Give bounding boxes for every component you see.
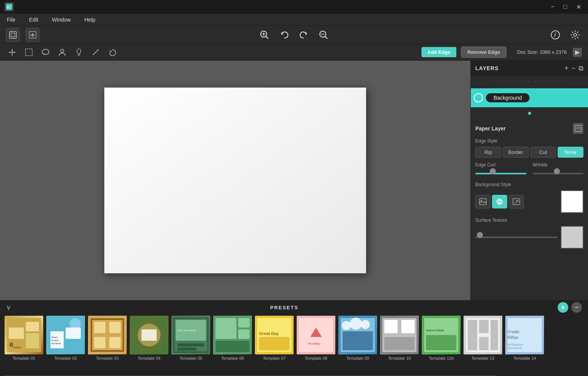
bg-style-image[interactable]	[475, 195, 491, 208]
paper-layer-settings-icon[interactable]	[573, 123, 583, 134]
bg-style-label: Background Style	[475, 182, 583, 187]
canvas-paper	[104, 88, 366, 273]
preset-thumb-03	[88, 316, 127, 354]
menu-window[interactable]: Window	[50, 15, 73, 24]
svg-point-24	[61, 49, 64, 52]
svg-text:Where: Where	[51, 336, 58, 338]
svg-rect-43	[66, 327, 81, 339]
svg-rect-50	[109, 322, 121, 333]
svg-marker-27	[109, 51, 112, 52]
pen-tool[interactable]	[90, 46, 102, 58]
svg-point-32	[497, 200, 502, 203]
preset-template-05[interactable]: REPLACE IMAGE Template 05	[170, 314, 212, 362]
add-edge-button[interactable]: Add Edge	[421, 47, 457, 57]
svg-line-26	[93, 50, 98, 55]
preset-label-05: Template 05	[179, 356, 202, 360]
svg-point-31	[497, 199, 502, 204]
menu-edit[interactable]: Edit	[27, 15, 41, 24]
layers-title: LAYERS	[475, 65, 499, 71]
comment-tool[interactable]	[39, 46, 52, 58]
edge-style-border[interactable]: Border	[503, 147, 528, 158]
preset-template-03[interactable]: Template 03	[86, 314, 128, 362]
remove-layer-button[interactable]: −	[571, 64, 575, 72]
edge-curl-label: Edge Curl	[475, 162, 527, 168]
edge-style-row: Rip Border Cut None	[475, 147, 583, 158]
minimize-button[interactable]: −	[549, 3, 557, 11]
zoom-in-button[interactable]	[258, 28, 271, 42]
upload-button[interactable]	[26, 28, 39, 42]
svg-text:EXTENSION: EXTENSION	[508, 343, 523, 346]
bg-style-export[interactable]	[509, 195, 524, 208]
layer-item-background[interactable]: Background	[471, 88, 588, 107]
svg-rect-83	[384, 320, 398, 333]
title-bar: R − □ ✕	[0, 0, 588, 14]
preset-template-11b[interactable]: Nature Made Template 11b	[420, 314, 462, 362]
preset-template-08[interactable]: Oh Baby! Template 08	[295, 314, 337, 362]
menu-file[interactable]: File	[5, 15, 18, 24]
svg-rect-80	[343, 331, 373, 350]
title-bar-controls: − □ ✕	[549, 3, 583, 11]
svg-rect-56	[141, 329, 157, 341]
lightbulb-tool[interactable]	[73, 46, 85, 58]
toolbar2: Add Edge Remove Edge Doc Size: 3360 x 23…	[0, 44, 588, 61]
preset-template-04[interactable]: Template 04	[128, 314, 170, 362]
preset-template-06[interactable]: Template 06	[212, 314, 253, 362]
paper-layer-section: Paper Layer Edge Style Rip Border Cut No…	[471, 119, 588, 300]
preset-template-01[interactable]: B eautiful Template 01	[3, 314, 45, 362]
layer-visibility-toggle[interactable]	[474, 93, 483, 102]
svg-text:Great Day: Great Day	[259, 331, 279, 336]
edge-style-rip[interactable]: Rip	[475, 147, 501, 158]
close-button[interactable]: ✕	[574, 3, 583, 11]
layer-indicator	[471, 107, 588, 119]
info-button[interactable]: i	[549, 28, 562, 42]
person-tool[interactable]	[56, 46, 68, 58]
select-tool[interactable]	[23, 46, 35, 58]
preset-template-07[interactable]: Great Day Template 07	[253, 314, 295, 362]
frame-button[interactable]	[6, 28, 20, 42]
surface-texture-row	[475, 226, 583, 249]
refresh-tool[interactable]	[106, 46, 118, 58]
preset-template-14[interactable]: Create RiPpe EXTENSION SENTENCE Template…	[504, 314, 546, 362]
svg-text:Dreams: Dreams	[51, 339, 59, 342]
svg-rect-47	[88, 316, 126, 354]
settings-button[interactable]	[568, 28, 582, 42]
svg-text:are Made: are Made	[51, 342, 61, 345]
edge-style-none[interactable]: None	[558, 147, 583, 158]
preset-template-09[interactable]: Template 09	[337, 314, 379, 362]
sliders-row: Edge Curl Wrinkle	[475, 162, 583, 177]
presets-scroll[interactable]: B eautiful Template 01 Where Dreams are …	[0, 314, 588, 375]
bg-style-pattern[interactable]	[492, 195, 507, 208]
wrinkle-group: Wrinkle	[533, 162, 584, 177]
zoom-out-button[interactable]	[317, 28, 330, 42]
move-tool[interactable]	[6, 46, 18, 58]
svg-marker-21	[14, 52, 16, 53]
menu-help[interactable]: Help	[82, 15, 97, 24]
svg-rect-2	[9, 31, 16, 38]
svg-rect-49	[94, 322, 105, 333]
doc-size-arrow[interactable]: ▶	[573, 48, 582, 57]
rotate-right-button[interactable]	[297, 28, 311, 42]
maximize-button[interactable]: □	[561, 3, 569, 11]
presets-area: ∨ PRESETS + − B eautiful Template 01	[0, 300, 588, 376]
svg-text:REPLACE IMAGE: REPLACE IMAGE	[178, 329, 196, 332]
menu-bar: File Edit Window Help	[0, 14, 588, 26]
svg-rect-85	[384, 337, 415, 350]
add-layer-button[interactable]: +	[564, 64, 569, 72]
presets-remove-button[interactable]: −	[571, 302, 582, 313]
svg-rect-36	[26, 322, 39, 331]
svg-point-78	[350, 318, 362, 330]
svg-marker-18	[11, 49, 13, 50]
preset-thumb-01: B eautiful	[5, 316, 43, 354]
preset-label-01: Template 01	[13, 356, 35, 360]
presets-collapse-button[interactable]: ∨	[6, 303, 11, 312]
svg-text:RiPpe: RiPpe	[508, 335, 519, 340]
presets-add-button[interactable]: +	[558, 302, 568, 313]
remove-edge-button[interactable]: Remove Edge	[461, 47, 506, 58]
copy-layer-button[interactable]: ⧉	[579, 64, 583, 72]
preset-template-02[interactable]: Where Dreams are Made Template 02	[45, 314, 86, 362]
edge-style-cut[interactable]: Cut	[530, 147, 556, 158]
presets-title: PRESETS	[11, 305, 558, 310]
preset-template-13[interactable]: Template 13	[462, 314, 504, 362]
preset-template-10[interactable]: Template 10	[379, 314, 420, 362]
rotate-left-button[interactable]	[277, 28, 291, 42]
